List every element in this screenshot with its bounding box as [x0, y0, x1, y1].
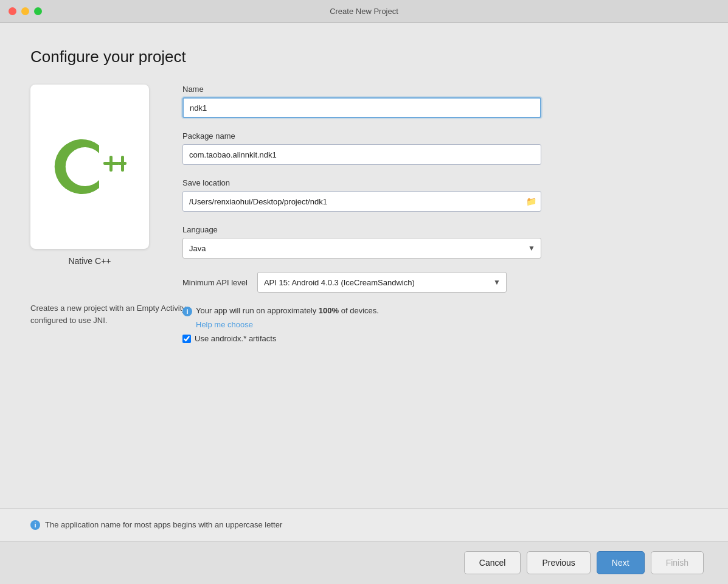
svg-rect-1: [109, 156, 113, 172]
bottom-info-bar: i The application name for most apps beg…: [0, 508, 728, 541]
template-card: [30, 85, 149, 249]
save-location-group: Save location 📁: [182, 178, 698, 212]
window-title: Create New Project: [330, 7, 398, 16]
package-name-label: Package name: [182, 131, 698, 141]
help-me-choose-link[interactable]: Help me choose: [196, 320, 698, 329]
cpp-logo-icon: [54, 130, 127, 203]
cancel-button[interactable]: Cancel: [464, 551, 521, 574]
api-info-text: Your app will run on approximately 100% …: [196, 306, 379, 315]
name-label: Name: [182, 85, 698, 94]
min-api-select[interactable]: API 15: Android 4.0.3 (IceCreamSandwich)…: [257, 272, 507, 293]
left-panel: Native C++ Creates a new project with an…: [30, 85, 152, 508]
name-group: Name: [182, 85, 698, 118]
name-input[interactable]: [182, 97, 541, 118]
close-button[interactable]: [9, 7, 16, 15]
language-select[interactable]: Java Kotlin: [182, 238, 541, 259]
package-name-group: Package name: [182, 131, 698, 165]
api-percentage: 100%: [319, 306, 339, 315]
package-name-input[interactable]: [182, 144, 541, 165]
bottom-info-icon: i: [30, 520, 40, 530]
previous-button[interactable]: Previous: [527, 551, 590, 574]
androidx-checkbox[interactable]: [182, 335, 191, 343]
finish-button[interactable]: Finish: [651, 551, 704, 574]
save-location-label: Save location: [182, 178, 698, 187]
bottom-info-text: The application name for most apps begin…: [45, 520, 282, 529]
title-bar: Create New Project: [0, 0, 728, 23]
language-select-wrap: Java Kotlin ▼: [182, 238, 541, 259]
content-area: Native C++ Creates a new project with an…: [30, 85, 698, 508]
min-api-label: Minimum API level: [182, 278, 248, 287]
folder-icon[interactable]: 📁: [526, 196, 536, 206]
svg-rect-3: [121, 156, 124, 172]
page-title: Configure your project: [30, 47, 698, 66]
maximize-button[interactable]: [34, 7, 42, 15]
window-controls: [9, 7, 42, 15]
androidx-checkbox-row: Use androidx.* artifacts: [182, 334, 698, 343]
form-panel: Name Package name Save location 📁 Langua…: [182, 85, 698, 508]
save-location-wrapper: 📁: [182, 191, 541, 212]
min-api-row: Minimum API level API 15: Android 4.0.3 …: [182, 272, 698, 293]
language-label: Language: [182, 225, 698, 234]
androidx-checkbox-label: Use androidx.* artifacts: [195, 334, 276, 343]
info-icon: i: [182, 307, 192, 316]
next-button[interactable]: Next: [597, 551, 645, 574]
minimize-button[interactable]: [21, 7, 29, 15]
template-label: Native C++: [30, 256, 149, 266]
min-api-select-wrap: API 15: Android 4.0.3 (IceCreamSandwich)…: [257, 272, 507, 293]
main-content: Configure your project: [0, 23, 728, 508]
save-location-input[interactable]: [182, 191, 541, 212]
language-group: Language Java Kotlin ▼: [182, 225, 698, 259]
api-info-row: i Your app will run on approximately 100…: [182, 306, 698, 316]
footer: Cancel Previous Next Finish: [0, 541, 728, 584]
